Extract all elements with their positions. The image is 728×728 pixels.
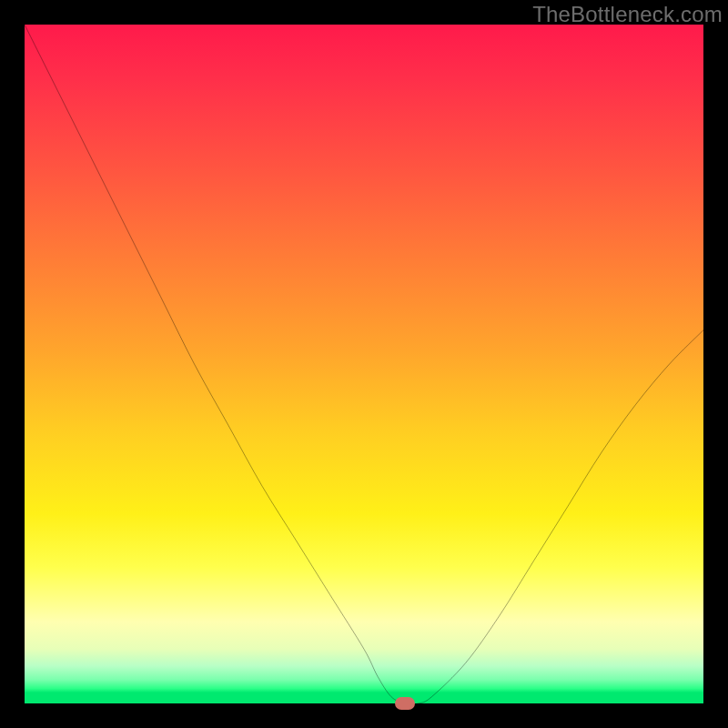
optimum-marker bbox=[395, 697, 415, 710]
plot-area bbox=[25, 25, 703, 703]
watermark-text: TheBottleneck.com bbox=[532, 2, 723, 27]
bottleneck-curve bbox=[25, 25, 703, 703]
chart-container: TheBottleneck.com bbox=[0, 0, 728, 728]
